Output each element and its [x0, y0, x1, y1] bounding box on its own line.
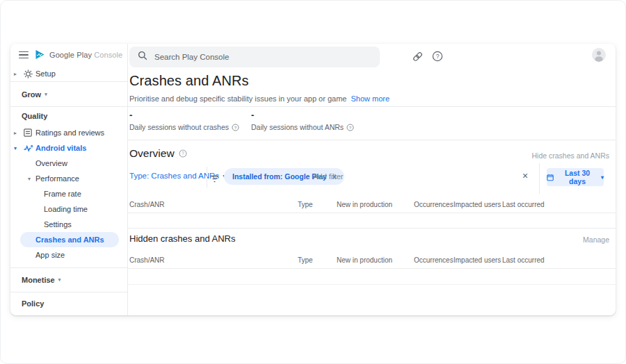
brand-wordmark: Google Play Console [49, 51, 122, 59]
overview-title: Overview [129, 147, 175, 160]
search-icon [138, 51, 147, 63]
hidden-section-heading: Hidden crashes and ANRs [129, 233, 235, 244]
sidebar-section-policy[interactable]: Policy [10, 292, 127, 315]
page-subtitle: Prioritise and debug specific stability … [129, 94, 390, 103]
sidebar-item-crashes-row: Crashes and ANRs [10, 232, 127, 247]
stat-value: - [251, 110, 354, 120]
brand-name: Google Play [49, 51, 92, 59]
calendar-icon [547, 174, 554, 181]
sidebar-item-label: Frame rate [44, 190, 81, 198]
col-crash-anr: Crash/ANR [129, 201, 165, 208]
sidebar-item-label: Performance [35, 174, 79, 183]
col-impacted-users: Impacted users [454, 201, 501, 208]
sidebar-item-label: Ratings and reviews [35, 129, 104, 137]
stat-sessions-without-crashes: - Daily sessions without crashes ? [129, 110, 239, 131]
col-last-occurred: Last occurred [502, 201, 545, 208]
col-new-in-production: New in production [337, 201, 392, 208]
show-more-link[interactable]: Show more [351, 94, 390, 103]
stat-sessions-without-anrs: - Daily sessions without ANRs ? [251, 110, 354, 131]
sidebar: Google Play Console ▸ [10, 44, 128, 315]
stat-label: Daily sessions without crashes [129, 123, 229, 131]
reviews-icon [20, 129, 35, 137]
chevron-down-icon[interactable]: ▾ [24, 176, 34, 182]
sidebar-section-quality[interactable]: Quality [10, 107, 127, 125]
svg-text:?: ? [349, 124, 352, 129]
svg-text:?: ? [234, 124, 237, 129]
col-occurrences: Occurrences [414, 256, 454, 264]
divider [128, 106, 616, 107]
brand-row: Google Play Console [10, 44, 127, 66]
sidebar-item-settings[interactable]: Settings [10, 217, 127, 232]
col-occurrences: Occurrences [414, 201, 454, 208]
add-filter-button[interactable]: Add filter [313, 172, 343, 181]
svg-text:?: ? [182, 151, 184, 156]
sidebar-item-ratings[interactable]: ▸ Ratings and reviews [10, 125, 127, 140]
hide-crashes-link[interactable]: Hide crashes and ANRs [532, 151, 609, 160]
subtitle-text: Prioritise and debug specific stability … [129, 94, 346, 103]
main-content: ? Crashes and ANRs Prioritise and debug … [128, 44, 616, 315]
google-play-logo-icon [35, 49, 45, 61]
crash-table-header: Crash/ANR Type New in production Occurre… [128, 201, 616, 209]
menu-icon[interactable] [19, 51, 29, 59]
stat-value: - [129, 110, 239, 120]
date-range-label: Last 30 days [557, 169, 597, 185]
type-filter-label: Type: Crashes and ANRs [129, 172, 219, 180]
search-bar[interactable] [129, 47, 380, 67]
col-new-in-production: New in production [337, 256, 392, 264]
date-range-button[interactable]: Last 30 days ▾ [547, 168, 604, 186]
col-type: Type [298, 256, 313, 264]
stat-label: Daily sessions without ANRs [251, 123, 344, 131]
help-icon[interactable]: ? [232, 124, 239, 131]
help-icon[interactable]: ? [179, 149, 187, 158]
page-canvas: Google Play Console ▸ [0, 0, 626, 364]
clear-filters-icon[interactable]: × [522, 170, 528, 181]
col-crash-anr: Crash/ANR [129, 256, 165, 264]
col-last-occurred: Last occurred [502, 256, 545, 264]
section-divider [128, 228, 616, 229]
svg-text:?: ? [436, 53, 440, 60]
manage-link[interactable]: Manage [583, 235, 609, 244]
chevron-down-icon: ▾ [45, 92, 47, 97]
sidebar-section-monetise[interactable]: Monetise ▾ [10, 268, 127, 292]
chevron-right-icon[interactable]: ▸ [10, 130, 20, 136]
section-label: Monetise [22, 276, 55, 284]
table-header-underline [128, 268, 616, 269]
chevron-down-icon: ▾ [58, 277, 61, 283]
sidebar-item-label: Overview [35, 159, 67, 167]
sidebar-item-app-size[interactable]: App size [10, 247, 127, 263]
filter-icon[interactable] [210, 173, 219, 185]
section-label: Quality [22, 112, 47, 120]
sidebar-item-loading-time[interactable]: Loading time [10, 201, 127, 217]
table-bottom-divider [128, 284, 616, 285]
search-input[interactable] [154, 53, 363, 61]
sidebar-item-overview[interactable]: Overview [10, 156, 127, 171]
avatar[interactable] [592, 48, 606, 62]
help-icon[interactable]: ? [346, 124, 354, 131]
sidebar-item-label: Android vitals [35, 144, 86, 152]
brand-suffix: Console [94, 51, 122, 59]
help-icon[interactable]: ? [432, 51, 443, 65]
sidebar-item-frame-rate[interactable]: Frame rate [10, 186, 127, 201]
sidebar-section-grow[interactable]: Grow ▾ [10, 82, 127, 106]
sidebar-item-crashes-anrs[interactable]: Crashes and ANRs [20, 232, 119, 247]
chevron-right-icon[interactable]: ▸ [10, 71, 20, 77]
col-impacted-users: Impacted users [454, 256, 501, 264]
sidebar-item-label: App size [35, 251, 65, 259]
chevron-down-icon[interactable]: ▾ [10, 145, 20, 151]
section-label: Policy [22, 299, 44, 308]
sidebar-item-setup[interactable]: ▸ Setup [10, 66, 127, 81]
chevron-down-icon: ▾ [601, 174, 604, 181]
stat-label-row: Daily sessions without crashes ? [129, 123, 239, 131]
sidebar-item-performance[interactable]: ▾ Performance [10, 171, 127, 186]
page-title: Crashes and ANRs [129, 73, 249, 89]
sidebar-item-android-vitals[interactable]: ▾ Android vitals [10, 140, 127, 156]
sidebar-item-label: Settings [44, 220, 72, 229]
gear-icon [20, 69, 35, 78]
sidebar-item-label: Setup [35, 69, 56, 78]
section-label: Grow [22, 90, 41, 99]
link-icon[interactable] [412, 51, 424, 65]
console-card: Google Play Console ▸ [10, 44, 616, 315]
filter-divider [207, 167, 207, 188]
vitals-pulse-icon [20, 144, 35, 152]
sidebar-item-label: Crashes and ANRs [35, 235, 104, 244]
